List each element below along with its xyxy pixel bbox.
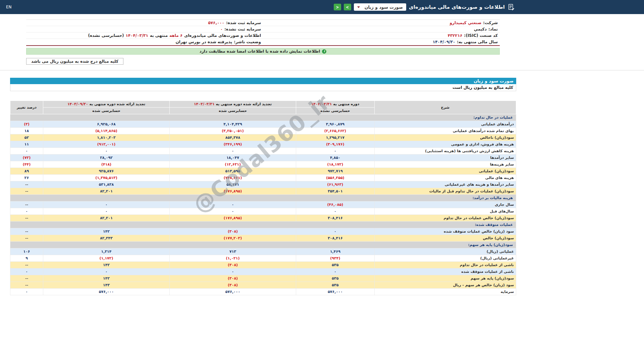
language-toggle[interactable]: EN bbox=[3, 5, 14, 9]
col-subheader-audited-2: حسابرسی شده bbox=[43, 108, 170, 114]
row-label: هزینه کاهش ارزش دریافتنی ها (هزینه استثن… bbox=[374, 148, 516, 155]
company-label: شرکت: bbox=[483, 20, 498, 25]
value-restated-prior-period: (۳۰۸) bbox=[170, 275, 296, 282]
report-type-selected-value: صورت سود و زیان bbox=[365, 5, 403, 10]
value-change-percent: ۱۰۶ bbox=[10, 248, 43, 255]
report-period-cell: اطلاعات و صورت‌های مالی میاندوره‌ای ۶ ما… bbox=[26, 33, 263, 39]
value-restated-prior-year: (۱,۱۷۲) bbox=[43, 255, 170, 262]
value-current-period: ۱,۲۹۵,۲۱۷ bbox=[296, 134, 375, 141]
value-current-period: ۳,۹۶۰,۸۷۹ bbox=[296, 121, 375, 128]
issuer-status-value: پذیرفته شده در بورس تهران bbox=[176, 40, 232, 44]
value-current-period: (۶۱,۹۶۳) bbox=[296, 181, 375, 188]
report-type-select[interactable]: صورت سود و زیان bbox=[354, 3, 406, 11]
value-change-percent: -- bbox=[10, 181, 43, 188]
page-title: اطلاعات و صورت‌های مالی میاندوره‌ای bbox=[409, 4, 505, 10]
table-row: سال‌های قبل۰۰۰۰ bbox=[10, 208, 516, 215]
value-change-percent: ۰ bbox=[10, 148, 43, 155]
row-label: سود(زیان) عملیات در حال تداوم قبل از مال… bbox=[374, 188, 516, 195]
value-restated-prior-year: (۱,۳۷۵,۵۱۳) bbox=[43, 175, 170, 181]
value-current-period: (۹۳۴) bbox=[296, 255, 375, 262]
table-row: سود(زیان) خالص عملیات در حال تداوم۳۰۸,۴۱… bbox=[10, 215, 516, 222]
table-row: سود(زیان) خالص۳۰۸,۴۱۶(۱۷۷,۲۰۳)۸۲,۳۴۳-- bbox=[10, 235, 516, 242]
value-restated-prior-period: ۰ bbox=[170, 268, 296, 275]
col-header-restated-prior-period: تجدید ارائه شده دوره منتهی به ۱۴۰۳/۰۳/۳۱ bbox=[170, 101, 296, 108]
value-current-period: (۲,۶۶۵,۶۶۲) bbox=[296, 128, 375, 134]
company-name: صنعتي کیمیدارو bbox=[450, 20, 482, 25]
col-header-current-text: دوره منتهی به bbox=[333, 102, 359, 106]
info-row: شرکت: صنعتي کیمیدارو سرمایه ثبت شده: ۵۷۶… bbox=[26, 20, 500, 26]
info-row: نماد: دکیمي سرمایه ثبت نشده: ۰ bbox=[26, 26, 500, 33]
row-label: سود(زیان) پایه هر سهم bbox=[374, 275, 516, 282]
table-row: سایر درآمدها۴,۸۵۰۱۸,۰۴۷۲۸,۰۹۲(۷۳) bbox=[10, 155, 516, 161]
value-current-period: ۵۳۵ bbox=[296, 275, 375, 282]
row-label: عملیاتی (ریال) bbox=[374, 248, 516, 255]
section-label: عملیات متوقف شده: bbox=[10, 222, 516, 228]
prev-report-button[interactable]: < bbox=[334, 4, 341, 10]
col-header-year-text: تجدید ارائه شده دوره منتهی به bbox=[89, 102, 145, 106]
period-months: ۶ ماهه bbox=[169, 33, 182, 38]
value-restated-prior-year: (۵,۱۱۴,۸۶۵) bbox=[43, 128, 170, 134]
value-restated-prior-period: (۳۴۶,۱۹۹) bbox=[170, 141, 296, 148]
value-restated-prior-year: (۹۱۲,۰۰۱) bbox=[43, 141, 170, 148]
table-row: غیرعملیاتی (ریال)(۹۳۴)(۱,۰۲۱)(۱,۱۷۲)۹ bbox=[10, 255, 516, 262]
row-label: سود(زیان) ناخالص bbox=[374, 134, 516, 141]
row-label: سال‌های قبل bbox=[374, 208, 516, 215]
info-icon: i bbox=[322, 49, 326, 54]
row-label: سرمایه bbox=[374, 289, 516, 295]
col-header-description: شرح bbox=[374, 101, 516, 114]
row-label: هزینه های مالی bbox=[374, 175, 516, 181]
value-change-percent: ۰ bbox=[10, 208, 43, 215]
table-row: درآمدهای عملیاتی۳,۹۶۰,۸۷۹۴,۱۰۴,۴۲۹۶,۹۲۵,… bbox=[10, 121, 516, 128]
row-label: سود(زیان) خالص bbox=[374, 235, 516, 242]
value-restated-prior-year: ۸۲,۲۰۱ bbox=[43, 215, 170, 222]
issuer-status-label: وضعیت ناشر: bbox=[234, 40, 261, 44]
value-change-percent: ۰ bbox=[10, 268, 43, 275]
col-header-change-percent: درصد تغییر bbox=[10, 101, 43, 114]
value-restated-prior-period: ۱۸,۰۴۷ bbox=[170, 155, 296, 161]
value-current-period: ۳۵۴,۵۰۱ bbox=[296, 188, 375, 195]
value-restated-prior-period: ۰ bbox=[170, 201, 296, 208]
col-subheader-audited-1: حسابرسی شده bbox=[170, 108, 296, 114]
value-restated-prior-year: ۰ bbox=[43, 208, 170, 215]
row-label: هزینه های فروش، اداری و عمومی bbox=[374, 141, 516, 148]
value-restated-prior-year: ۶,۹۲۵,۰۶۸ bbox=[43, 121, 170, 128]
value-change-percent: (۷۳) bbox=[10, 155, 43, 161]
table-row: سایر هزینه‌ها(۱۸,۱۷۲)(۱۲,۶۳۱)(۴۱۸)(۴۴) bbox=[10, 161, 516, 168]
next-report-button[interactable]: > bbox=[344, 4, 351, 10]
row-label: سود(زیان) خالص عملیات در حال تداوم bbox=[374, 215, 516, 222]
value-restated-prior-year: ۲۸,۰۹۲ bbox=[43, 155, 170, 161]
value-current-period: (۴۶,۰۸۵) bbox=[296, 201, 375, 208]
value-restated-prior-period: (۳۰۸) bbox=[170, 228, 296, 235]
value-restated-prior-year: ۸۲,۲۰۱ bbox=[43, 188, 170, 195]
row-label: سود(زیان) عملیاتی bbox=[374, 168, 516, 175]
section-label: هزینه مالیات بر درآمد: bbox=[10, 195, 516, 201]
value-restated-prior-year: ۰ bbox=[43, 148, 170, 155]
value-current-period: ۰ bbox=[296, 228, 375, 235]
col-subheader-unaudited: حسابرسی نشده bbox=[296, 108, 375, 114]
table-row: هزینه های فروش، اداری و عمومی(۳۰۹,۱۷۶)(۳… bbox=[10, 141, 516, 148]
period-mid: منتهی به bbox=[150, 33, 168, 38]
fiscal-year-value: ۱۴۰۴/۰۹/۳۰ bbox=[433, 40, 455, 44]
value-restated-prior-period: ۵۱۳,۵۹۵ bbox=[170, 168, 296, 175]
value-change-percent: -- bbox=[10, 282, 43, 289]
signed-data-notice: اطلاعات نمایش داده شده با اطلاعات امضا ش… bbox=[200, 49, 320, 54]
value-restated-prior-year: ۱۴۲ bbox=[43, 228, 170, 235]
value-change-percent: -- bbox=[10, 235, 43, 242]
value-restated-prior-year: ۰ bbox=[43, 268, 170, 275]
isic-value: ۴۳۲۲۱۶ bbox=[448, 33, 463, 38]
value-restated-prior-period: ۰ bbox=[170, 148, 296, 155]
value-current-period: ۹۷۲,۷۱۹ bbox=[296, 168, 375, 175]
value-change-percent: ۸۹ bbox=[10, 168, 43, 175]
value-restated-prior-period: (۳,۲۵۰,۰۵۱) bbox=[170, 128, 296, 134]
unregistered-capital-cell: سرمایه ثبت نشده: ۰ bbox=[26, 26, 263, 33]
symbol-label: نماد: bbox=[488, 27, 498, 32]
value-restated-prior-year: ۱۴۲ bbox=[43, 262, 170, 268]
income-table-header: شرح دوره منتهی به ۱۴۰۴/۰۳/۳۱ تجدید ارائه… bbox=[10, 101, 516, 114]
registered-capital-label: سرمایه ثبت شده: bbox=[226, 20, 261, 25]
table-row: سود(زیان) عملیات در حال تداوم قبل از مال… bbox=[10, 188, 516, 195]
section-row: سود(زیان) پایه هر سهم: bbox=[10, 242, 516, 248]
value-change-percent: ۱۱ bbox=[10, 141, 43, 148]
income-statement-table: شرح دوره منتهی به ۱۴۰۴/۰۳/۳۱ تجدید ارائه… bbox=[10, 101, 516, 295]
statement-unit-note: کلیه مبالغ به میلیون ریال است bbox=[10, 84, 516, 91]
value-restated-prior-year: ۰ bbox=[43, 201, 170, 208]
